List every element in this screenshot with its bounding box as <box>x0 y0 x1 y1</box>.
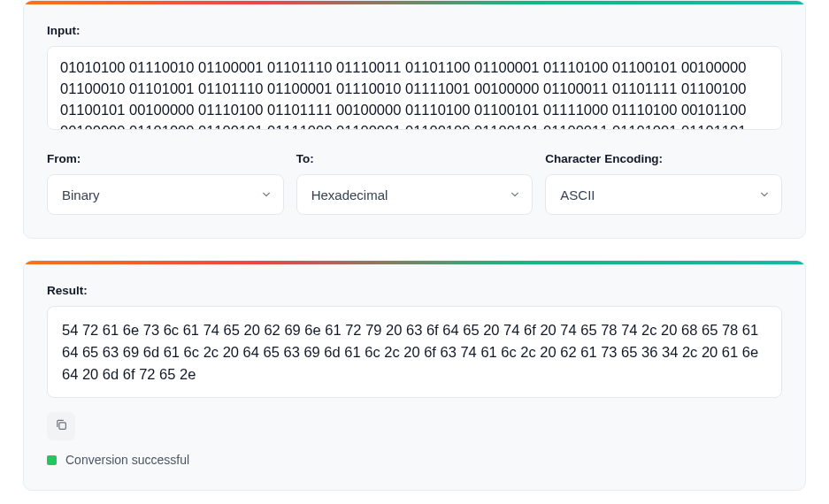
encoding-select-value: ASCII <box>560 187 595 202</box>
result-card: Result: 54 72 61 6e 73 6c 61 74 65 20 62… <box>23 260 806 491</box>
from-select[interactable]: Binary <box>47 174 284 215</box>
to-select[interactable]: Hexadecimal <box>296 174 533 215</box>
chevron-down-icon <box>262 190 271 199</box>
status-text: Conversion successful <box>65 453 189 467</box>
from-select-value: Binary <box>62 187 100 202</box>
from-label: From: <box>47 152 284 165</box>
result-output[interactable]: 54 72 61 6e 73 6c 61 74 65 20 62 69 6e 6… <box>47 306 782 398</box>
status-indicator-icon <box>47 455 57 465</box>
input-card: Input: From: Binary To: <box>23 0 806 239</box>
result-label: Result: <box>47 284 782 297</box>
encoding-label: Character Encoding: <box>545 152 782 165</box>
input-label: Input: <box>47 24 782 37</box>
chevron-down-icon <box>510 190 519 199</box>
input-textarea[interactable] <box>47 46 782 130</box>
copy-button[interactable] <box>47 412 75 440</box>
to-select-value: Hexadecimal <box>311 187 388 202</box>
to-label: To: <box>296 152 533 165</box>
copy-icon <box>55 418 68 434</box>
encoding-select[interactable]: ASCII <box>545 174 782 215</box>
status-row: Conversion successful <box>47 453 782 467</box>
chevron-down-icon <box>760 190 769 199</box>
svg-rect-0 <box>58 423 65 430</box>
